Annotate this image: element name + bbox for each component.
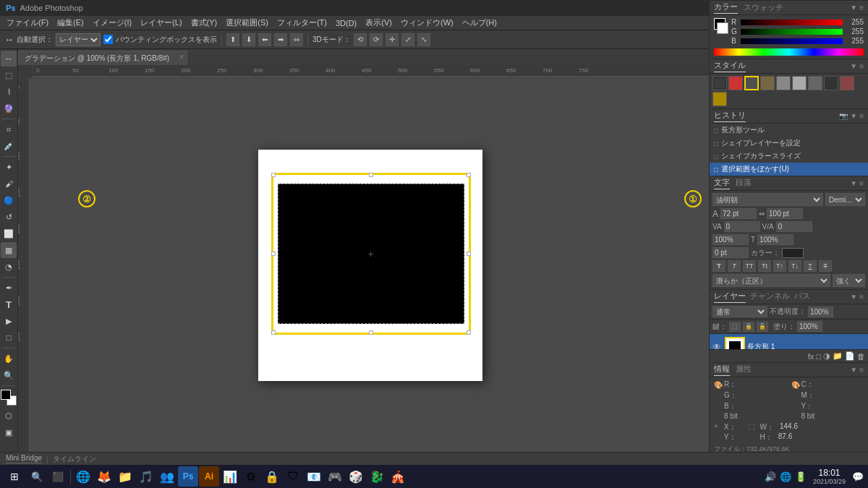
color-panel-minimize[interactable]: ▼ xyxy=(850,4,857,12)
dodge-tool[interactable]: ◔ xyxy=(1,259,17,275)
screen-mode-button[interactable]: ▣ xyxy=(1,424,17,440)
lasso-tool[interactable]: ⌇ xyxy=(1,84,17,100)
style-orange[interactable] xyxy=(744,76,759,90)
font-family-select[interactable]: 油明朝 xyxy=(712,193,823,206)
g-slider-track[interactable] xyxy=(741,29,843,35)
menu-image[interactable]: イメージ(I) xyxy=(89,16,135,30)
fill-input[interactable] xyxy=(797,321,822,332)
hand-tool[interactable]: ✋ xyxy=(1,351,17,367)
menu-3d[interactable]: 3D(D) xyxy=(332,17,360,29)
history-panel-menu[interactable]: ≡ xyxy=(859,112,864,120)
bold-btn[interactable]: T xyxy=(712,260,726,272)
3d-pan-button[interactable]: ✛ xyxy=(386,33,399,46)
align-bottom-button[interactable]: ⬅ xyxy=(258,33,271,46)
taskbar-store[interactable]: 🎵 xyxy=(136,466,156,487)
super-btn[interactable]: T↑ xyxy=(773,260,786,272)
paths-tab-label[interactable]: パス xyxy=(794,291,810,303)
network-icon[interactable]: 🌐 xyxy=(778,471,793,482)
taskbar-ps[interactable]: Ps xyxy=(178,466,198,487)
history-brush-tool[interactable]: ↺ xyxy=(1,209,17,225)
menu-filter[interactable]: フィルター(T) xyxy=(273,16,331,30)
info-tab-label[interactable]: 情報 xyxy=(714,364,730,376)
info-panel-minimize[interactable]: ▼ xyxy=(850,366,857,374)
brush-tool[interactable]: 🖌 xyxy=(1,176,17,192)
style-brown[interactable] xyxy=(760,76,775,90)
strikethrough-btn[interactable]: T xyxy=(819,260,832,272)
layer-row-0[interactable]: 👁 長方形 1 xyxy=(710,334,868,349)
menu-edit[interactable]: 編集(E) xyxy=(54,16,88,30)
history-panel-minimize[interactable]: ▼ xyxy=(850,112,857,120)
timeline-label[interactable]: タイムライン xyxy=(53,454,96,464)
lock-pixels-btn[interactable]: ⬚ xyxy=(729,322,741,332)
quick-mask-button[interactable]: ⬡ xyxy=(1,408,17,424)
3d-roll-button[interactable]: ⟳ xyxy=(370,33,383,46)
bounding-box-checkbox[interactable] xyxy=(103,35,113,44)
search-button[interactable]: 🔍 xyxy=(27,466,47,487)
quick-select-tool[interactable]: 🔮 xyxy=(1,100,17,116)
close-tab-icon[interactable]: × xyxy=(179,53,184,61)
style-tab-label[interactable]: スタイル xyxy=(714,60,746,72)
opacity-input[interactable] xyxy=(808,307,833,317)
style-red2[interactable] xyxy=(840,76,854,90)
foreground-color-swatch[interactable] xyxy=(1,390,11,400)
h-scale-input[interactable] xyxy=(712,234,749,245)
gradient-tool[interactable]: ▦ xyxy=(1,242,17,258)
path-select-tool[interactable]: ▶ xyxy=(1,313,17,329)
type-tool[interactable]: T xyxy=(1,296,17,312)
color-spectrum-bar[interactable] xyxy=(714,48,864,56)
taskbar-folder[interactable]: 📁 xyxy=(115,466,135,487)
char-panel-menu[interactable]: ≡ xyxy=(859,179,864,187)
3d-scale-button[interactable]: ⤡ xyxy=(417,33,430,46)
auto-select-dropdown[interactable]: レイヤー xyxy=(56,33,101,46)
clone-tool[interactable]: 🔵 xyxy=(1,192,17,208)
lock-position-btn[interactable]: 🔒 xyxy=(743,322,754,332)
menu-view[interactable]: 表示(V) xyxy=(362,16,396,30)
tracking-input[interactable] xyxy=(767,208,803,219)
font-size-input[interactable] xyxy=(720,208,757,219)
kerning-input[interactable] xyxy=(724,221,760,232)
leading-input[interactable] xyxy=(776,221,812,232)
strength-select[interactable]: 強く xyxy=(833,274,865,287)
underline-btn[interactable]: T xyxy=(804,260,817,272)
color-panel-menu[interactable]: ≡ xyxy=(859,4,864,12)
eyedropper-tool[interactable]: 💉 xyxy=(1,138,17,154)
layer-fx-btn[interactable]: fx xyxy=(808,352,814,361)
style-gray1[interactable] xyxy=(776,76,791,90)
align-top-button[interactable]: ⬆ xyxy=(226,33,239,46)
taskbar-app6[interactable]: 🐉 xyxy=(367,466,387,487)
spot-heal-tool[interactable]: ✦ xyxy=(1,159,17,175)
eraser-tool[interactable]: ⬜ xyxy=(1,226,17,241)
menu-select[interactable]: 選択範囲(S) xyxy=(222,16,272,30)
style-red[interactable] xyxy=(728,76,743,90)
shape-tool[interactable]: □ xyxy=(1,330,17,346)
layer-group-btn[interactable]: 📁 xyxy=(833,351,843,361)
channels-tab-label[interactable]: チャンネル xyxy=(750,291,790,303)
menu-format[interactable]: 書式(Y) xyxy=(187,16,221,30)
align-vcenter-button[interactable]: ⬇ xyxy=(242,33,255,46)
start-button[interactable]: ⊞ xyxy=(3,466,26,487)
taskbar-mail[interactable]: ⚙ xyxy=(241,466,261,487)
battery-icon[interactable]: 🔋 xyxy=(793,471,808,482)
baseline-input[interactable] xyxy=(712,247,749,258)
sound-icon[interactable]: 🔊 xyxy=(763,471,778,482)
style-panel-minimize[interactable]: ▼ xyxy=(850,62,857,70)
layer-adjustment-btn[interactable]: ◑ xyxy=(823,351,830,361)
italic-btn[interactable]: T xyxy=(728,260,741,272)
info-panel-menu[interactable]: ≡ xyxy=(859,366,864,374)
layer-delete-btn[interactable]: 🗑 xyxy=(857,352,865,361)
style-panel-menu[interactable]: ≡ xyxy=(859,62,864,70)
taskbar-app3[interactable]: 📧 xyxy=(304,466,324,487)
properties-tab-label[interactable]: 属性 xyxy=(736,364,752,376)
taskbar-app4[interactable]: 🎮 xyxy=(325,466,345,487)
antialias-select[interactable]: 滑らか（正区） xyxy=(712,274,830,287)
taskview-button[interactable]: ⬛ xyxy=(48,466,68,487)
layer-new-btn[interactable]: 📄 xyxy=(845,351,855,361)
marquee-tool[interactable]: ⬚ xyxy=(1,67,17,83)
history-item-1[interactable]: □ シェイプレイヤーを設定 xyxy=(710,137,868,150)
lock-all-btn[interactable]: 🔓 xyxy=(757,322,768,332)
style-gold[interactable] xyxy=(712,92,727,106)
r-slider-track[interactable] xyxy=(741,20,843,25)
color-tab-label[interactable]: カラー xyxy=(714,1,738,14)
style-dark[interactable] xyxy=(824,76,838,90)
menu-help[interactable]: ヘルプ(H) xyxy=(459,16,501,30)
